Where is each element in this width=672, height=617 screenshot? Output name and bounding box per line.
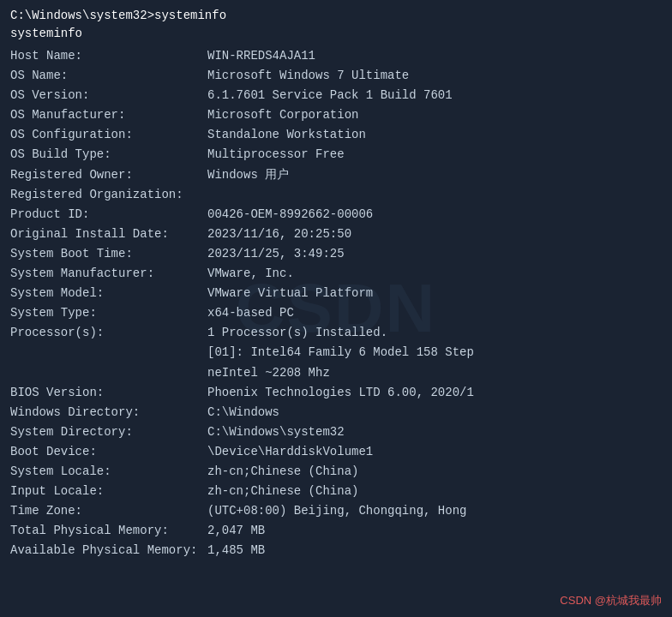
info-row: System Directory:C:\Windows\system32: [10, 422, 662, 442]
info-value: VMware, Inc.: [207, 264, 662, 284]
info-value: 1,485 MB: [207, 541, 662, 560]
info-table: Host Name:WIN-RREDS4AJA11OS Name:Microso…: [10, 46, 662, 560]
continuation-value: neIntel ~2208 Mhz: [10, 363, 330, 383]
info-value: Microsoft Corporation: [207, 105, 662, 125]
info-row: Registered Organization:: [10, 185, 662, 205]
csdn-prefix: CSDN: [560, 594, 591, 607]
info-row: Host Name:WIN-RREDS4AJA11: [10, 46, 662, 66]
info-row: Registered Owner:Windows 用户: [10, 165, 662, 185]
info-row: Product ID:00426-OEM-8992662-00006: [10, 205, 662, 225]
info-key: BIOS Version:: [10, 383, 207, 403]
info-key: Total Physical Memory:: [10, 521, 207, 541]
info-key: System Model:: [10, 284, 207, 303]
info-key: OS Name:: [10, 66, 207, 86]
info-row: OS Version:6.1.7601 Service Pack 1 Build…: [10, 86, 662, 105]
info-row: OS Manufacturer:Microsoft Corporation: [10, 105, 662, 125]
info-key: Boot Device:: [10, 442, 207, 462]
info-key: Processor(s):: [10, 323, 207, 343]
info-key: OS Manufacturer:: [10, 105, 207, 125]
info-row: OS Build Type:Multiprocessor Free: [10, 145, 662, 165]
info-row: Available Physical Memory:1,485 MB: [10, 541, 662, 560]
info-key: Input Locale:: [10, 482, 207, 501]
info-row: OS Name:Microsoft Windows 7 Ultimate: [10, 66, 662, 86]
info-value: 6.1.7601 Service Pack 1 Build 7601: [207, 86, 662, 105]
info-key: OS Build Type:: [10, 145, 207, 165]
info-value: zh-cn;Chinese (China): [207, 462, 662, 482]
info-value: Microsoft Windows 7 Ultimate: [207, 66, 662, 86]
info-row: Windows Directory:C:\Windows: [10, 403, 662, 422]
info-value: 00426-OEM-8992662-00006: [207, 205, 662, 225]
info-row: Processor(s):1 Processor(s) Installed.: [10, 323, 662, 343]
info-row: [01]: Intel64 Family 6 Model 158 Step: [10, 343, 662, 362]
info-value: Standalone Workstation: [207, 125, 662, 145]
info-value: 2023/11/16, 20:25:50: [207, 225, 662, 244]
info-row: System Model:VMware Virtual Platform: [10, 284, 662, 303]
info-value: WIN-RREDS4AJA11: [207, 46, 662, 66]
info-value: C:\Windows\system32: [207, 422, 662, 442]
info-key: Registered Owner:: [10, 165, 207, 185]
info-value: 2,047 MB: [207, 521, 662, 541]
info-key: Original Install Date:: [10, 225, 207, 244]
info-value: Phoenix Technologies LTD 6.00, 2020/1: [207, 383, 662, 403]
terminal-window: C:\Windows\system32>systeminfo systeminf…: [0, 0, 672, 617]
info-value: x64-based PC: [207, 303, 662, 323]
continuation-value: [01]: Intel64 Family 6 Model 158 Step: [10, 343, 474, 362]
info-row: System Manufacturer:VMware, Inc.: [10, 264, 662, 284]
info-row: OS Configuration:Standalone Workstation: [10, 125, 662, 145]
info-row: Input Locale:zh-cn;Chinese (China): [10, 482, 662, 501]
info-value: VMware Virtual Platform: [207, 284, 662, 303]
info-value: [207, 185, 662, 205]
info-row: System Boot Time:2023/11/25, 3:49:25: [10, 244, 662, 264]
info-key: System Locale:: [10, 462, 207, 482]
info-value: Windows 用户: [207, 165, 662, 185]
info-key: System Directory:: [10, 422, 207, 442]
info-row: Boot Device:\Device\HarddiskVolume1: [10, 442, 662, 462]
info-key: System Type:: [10, 303, 207, 323]
info-key: System Manufacturer:: [10, 264, 207, 284]
prompt-line: C:\Windows\system32>systeminfo: [10, 7, 662, 25]
info-row: Total Physical Memory:2,047 MB: [10, 521, 662, 541]
command-line: systeminfo: [10, 25, 662, 43]
info-key: Available Physical Memory:: [10, 541, 207, 560]
info-row: System Type:x64-based PC: [10, 303, 662, 323]
info-row: BIOS Version:Phoenix Technologies LTD 6.…: [10, 383, 662, 403]
csdn-suffix: @杭城我最帅: [595, 594, 662, 607]
info-value: 1 Processor(s) Installed.: [207, 323, 662, 343]
info-row: System Locale:zh-cn;Chinese (China): [10, 462, 662, 482]
info-value: (UTC+08:00) Beijing, Chongqing, Hong: [207, 501, 662, 521]
info-key: Product ID:: [10, 205, 207, 225]
info-key: Host Name:: [10, 46, 207, 66]
info-value: zh-cn;Chinese (China): [207, 482, 662, 501]
csdn-badge: CSDN @杭城我最帅: [560, 593, 662, 608]
info-row: Time Zone:(UTC+08:00) Beijing, Chongqing…: [10, 501, 662, 521]
info-key: System Boot Time:: [10, 244, 207, 264]
info-value: 2023/11/25, 3:49:25: [207, 244, 662, 264]
info-key: Time Zone:: [10, 501, 207, 521]
info-key: Windows Directory:: [10, 403, 207, 422]
info-key: OS Version:: [10, 86, 207, 105]
info-value: \Device\HarddiskVolume1: [207, 442, 662, 462]
info-key: Registered Organization:: [10, 185, 207, 205]
info-key: OS Configuration:: [10, 125, 207, 145]
info-row: Original Install Date:2023/11/16, 20:25:…: [10, 225, 662, 244]
info-value: Multiprocessor Free: [207, 145, 662, 165]
info-row: neIntel ~2208 Mhz: [10, 363, 662, 383]
info-value: C:\Windows: [207, 403, 662, 422]
